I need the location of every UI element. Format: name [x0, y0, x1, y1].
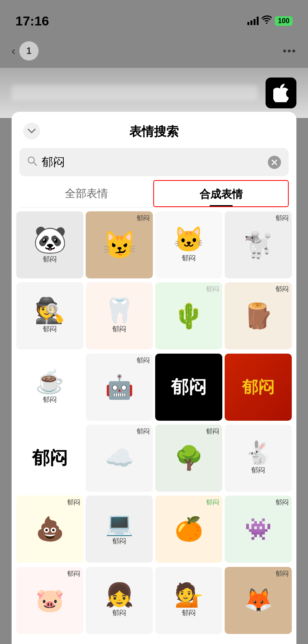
- sticker-label: 郁闷: [251, 465, 265, 475]
- sheet-header: 表情搜索: [12, 112, 296, 140]
- sticker-item[interactable]: 郁闷 🦊: [225, 567, 292, 634]
- sticker-label: 郁闷: [182, 608, 196, 617]
- svg-line-1: [34, 162, 37, 165]
- sheet-title: 表情搜索: [129, 123, 179, 140]
- sticker-item[interactable]: 郁闷 🪵: [225, 282, 292, 349]
- status-icons: 100: [247, 15, 293, 26]
- sticker-item[interactable]: 🐇 郁闷: [225, 425, 292, 492]
- wifi-icon: [262, 15, 272, 26]
- search-bar[interactable]: 郁闷: [19, 148, 289, 176]
- sticker-label: 郁闷: [43, 395, 57, 404]
- sticker-item[interactable]: 郁闷 🍊: [155, 496, 222, 563]
- sticker-item[interactable]: 郁闷 👾: [225, 496, 292, 563]
- sticker-item[interactable]: 郁闷 💩: [16, 496, 83, 563]
- nav-bar: ‹ 1 •••: [0, 34, 308, 68]
- more-button[interactable]: •••: [283, 45, 296, 57]
- sticker-label: 郁闷: [112, 608, 126, 617]
- sticker-label-top: 郁闷: [137, 356, 150, 365]
- sticker-item[interactable]: 💁 郁闷: [155, 567, 222, 634]
- sticker-label-top: 郁闷: [67, 498, 80, 507]
- sticker-label: 郁闷: [182, 253, 196, 263]
- battery-indicator: 100: [275, 16, 293, 26]
- sticker-item[interactable]: 郁闷: [225, 354, 292, 421]
- sticker-item[interactable]: 郁闷: [155, 354, 222, 421]
- apple-logo: [266, 78, 296, 108]
- sticker-label-top: 郁闷: [276, 498, 289, 507]
- sticker-text: 郁闷: [171, 375, 206, 399]
- sticker-item[interactable]: 郁闷 ☁️: [86, 425, 153, 492]
- sticker-label-top: 郁闷: [276, 285, 289, 293]
- sticker-label-top: 郁闷: [206, 498, 219, 507]
- sticker-item[interactable]: 🕵️ 郁闷: [16, 282, 83, 349]
- sticker-label-top: 郁闷: [137, 214, 150, 223]
- sticker-label-top: 郁闷: [137, 427, 150, 436]
- sticker-item[interactable]: 郁闷 🐩: [225, 211, 292, 278]
- sticker-label-top: 郁闷: [67, 569, 80, 578]
- nav-badge: 1: [19, 41, 39, 61]
- sticker-item[interactable]: 🐱 郁闷: [155, 211, 222, 278]
- sticker-item[interactable]: 郁闷 🐷: [16, 567, 83, 634]
- sticker-item[interactable]: 🐼 郁闷: [16, 211, 83, 278]
- search-input[interactable]: 郁闷: [42, 154, 263, 170]
- tabs-row: 全部表情 合成表情: [19, 180, 289, 207]
- collapse-button[interactable]: [23, 123, 40, 140]
- sticker-item[interactable]: 郁闷 🌳: [155, 425, 222, 492]
- sticker-label: 郁闷: [112, 536, 126, 546]
- sticker-label: 郁闷: [43, 324, 57, 334]
- sticker-item[interactable]: 👧 郁闷: [86, 567, 153, 634]
- back-arrow-icon: ‹: [12, 44, 15, 57]
- blurred-text: [12, 85, 258, 101]
- sticker-label-top: 郁闷: [276, 214, 289, 223]
- sticker-label-top: 郁闷: [206, 285, 219, 293]
- sticker-label-top: 郁闷: [276, 569, 289, 578]
- search-clear-button[interactable]: [268, 156, 281, 169]
- tab-composite[interactable]: 合成表情: [153, 180, 289, 207]
- sticker-item[interactable]: 郁闷: [16, 425, 83, 492]
- status-bar: 17:16 100: [0, 0, 308, 34]
- sticker-label-top: 郁闷: [206, 427, 219, 436]
- back-button[interactable]: ‹ 1: [12, 41, 39, 61]
- sticker-label: 郁闷: [112, 324, 126, 334]
- sticker-text: 郁闷: [32, 446, 68, 470]
- sticker-grid: 🐼 郁闷 郁闷 😼 🐱 郁闷 郁闷 🐩 🕵️ 郁闷 🦷 郁闷 郁闷 🌵: [12, 207, 296, 639]
- sticker-label: 郁闷: [43, 255, 57, 264]
- sticker-item[interactable]: 💻 郁闷: [86, 496, 153, 563]
- status-time: 17:16: [15, 13, 49, 29]
- sticker-text: 郁闷: [242, 376, 274, 398]
- sticker-item[interactable]: 🦷 郁闷: [86, 282, 153, 349]
- blurred-content: [0, 68, 308, 118]
- bottom-sheet: 表情搜索 郁闷 全部表情 合成表情 🐼 郁闷 郁闷 😼 🐱: [12, 112, 296, 644]
- sticker-item[interactable]: ☕ 郁闷: [16, 354, 83, 421]
- sticker-item[interactable]: 郁闷 🌵: [155, 282, 222, 349]
- sticker-item[interactable]: 郁闷 🤖: [86, 354, 153, 421]
- tab-all[interactable]: 全部表情: [19, 180, 153, 207]
- signal-icon: [247, 17, 259, 25]
- sticker-item[interactable]: 郁闷 😼: [86, 211, 153, 278]
- search-icon: [27, 156, 37, 169]
